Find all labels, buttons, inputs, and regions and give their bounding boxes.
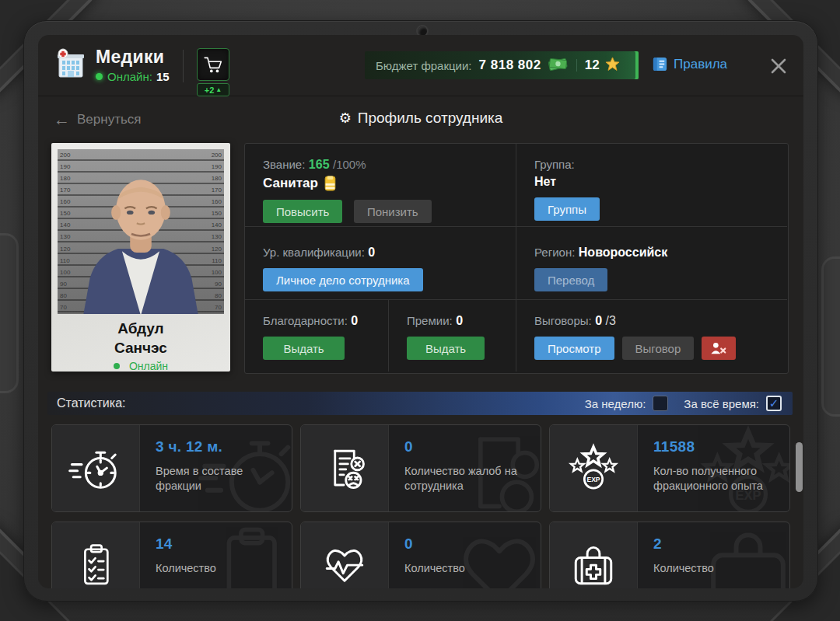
- region-label: Регион:: [534, 246, 575, 259]
- money-icon: [547, 56, 569, 75]
- exp-stars-icon: EXP: [550, 425, 638, 511]
- employee-first-name: Абдул: [58, 319, 224, 339]
- tablet-device: Медики Онлайн: 15: [0, 0, 840, 621]
- statistics-bar: Статистика: За неделю: За всё время: ✓: [47, 392, 793, 415]
- rules-button[interactable]: Правила: [652, 56, 727, 72]
- stat-card-faction-exp: EXP EXP 11588 К: [549, 424, 790, 512]
- close-button[interactable]: [768, 55, 789, 77]
- statistics-title: Статистика:: [57, 396, 125, 410]
- personal-file-button[interactable]: Личное дело сотрудника: [263, 268, 423, 291]
- reprimand-value: 0: [595, 314, 602, 327]
- stat-value: 0: [404, 536, 465, 553]
- heart-pulse-icon: [301, 522, 389, 588]
- employee-portrait: [74, 171, 208, 314]
- person-remove-icon: [710, 341, 727, 355]
- thanks-label: Благодарности:: [263, 314, 348, 327]
- stat-card-medkits: 2 Количество: [549, 522, 790, 588]
- cart-button[interactable]: [197, 48, 229, 81]
- region-section: Регион: Новороссийск Перевод: [516, 227, 787, 300]
- bonus-issue-button[interactable]: Выдать: [407, 337, 485, 360]
- frame-grip: [821, 256, 840, 417]
- bonus-value: 0: [456, 314, 463, 327]
- promote-button[interactable]: Повысить: [263, 200, 342, 223]
- rules-icon: [652, 56, 668, 72]
- page-title: ⚙Профиль сотрудника: [38, 110, 803, 127]
- group-value: Нет: [534, 175, 787, 189]
- faction-block: Медики Онлайн: 15: [96, 47, 170, 83]
- faction-budget: Бюджет фракции: 7 818 802 12: [365, 51, 639, 79]
- online-dot-icon: [114, 363, 120, 369]
- alltime-filter-label: За всё время:: [684, 397, 759, 410]
- faction-shop: +2 ▲: [197, 48, 229, 96]
- week-checkbox[interactable]: [653, 396, 668, 411]
- rank-name: Санитар: [263, 176, 318, 191]
- scrollbar-thumb[interactable]: [796, 442, 803, 492]
- employee-online-status: Онлайн: [58, 360, 224, 372]
- stat-label: Кол-во полученного фракционного опыта: [653, 464, 777, 494]
- close-icon: [770, 58, 787, 75]
- dismiss-button[interactable]: [702, 337, 736, 360]
- group-label: Группа:: [534, 158, 787, 171]
- bonus-section: Премии: 0 Выдать: [389, 300, 516, 372]
- employee-photo-card: 200190180170160150140130120110100908070 …: [51, 143, 230, 372]
- budget-label: Бюджет фракции:: [376, 59, 472, 72]
- online-count: 15: [156, 70, 170, 83]
- stat-label: Количество: [653, 561, 714, 576]
- employee-name: Абдул Санчэс: [58, 319, 224, 358]
- qualification-value: 0: [368, 246, 375, 259]
- clipboard-icon: [52, 522, 140, 588]
- reprimand-issue-button[interactable]: Выговор: [622, 337, 695, 360]
- thanks-issue-button[interactable]: Выдать: [263, 337, 345, 360]
- week-filter-label: За неделю:: [585, 397, 646, 410]
- groups-button[interactable]: Группы: [534, 197, 600, 221]
- gear-icon: ⚙: [339, 110, 352, 126]
- stat-label: Время в составе фракции: [156, 464, 279, 494]
- stat-label: Количество: [404, 561, 465, 576]
- rank-value: 165: [309, 158, 330, 171]
- medkit-icon: [550, 522, 638, 588]
- stat-value: 3 ч. 12 м.: [156, 438, 279, 455]
- cart-badge-arrow-icon: ▲: [215, 86, 222, 93]
- statistics-cards: 3 ч. 12 м. Время в составе фракции: [51, 424, 790, 588]
- reprimand-suffix: /3: [606, 314, 616, 327]
- region-value: Новороссийск: [579, 246, 667, 259]
- page-title-text: Профиль сотрудника: [358, 110, 503, 126]
- employee-last-name: Санчэс: [58, 339, 224, 358]
- online-dot-icon: [96, 73, 103, 80]
- faction-name: Медики: [96, 47, 170, 68]
- stat-value: 0: [404, 438, 528, 455]
- online-label: Онлайн:: [107, 70, 152, 83]
- rules-label: Правила: [674, 57, 727, 72]
- stat-value: 14: [156, 536, 216, 553]
- budget-separator: [576, 59, 577, 72]
- rank-label: Звание:: [263, 158, 305, 171]
- header: Медики Онлайн: 15: [38, 35, 803, 96]
- stars-value: 12: [585, 58, 600, 73]
- complaint-icon: [301, 425, 389, 511]
- qualification-label: Ур. квалификации:: [263, 246, 365, 259]
- bonus-label: Премии:: [407, 314, 453, 327]
- reprimand-label: Выговоры:: [534, 314, 592, 327]
- stat-label: Количество жалоб на сотрудника: [404, 464, 528, 494]
- qualification-section: Ур. квалификации: 0 Личное дело сотрудни…: [245, 227, 516, 300]
- transfer-button[interactable]: Перевод: [534, 268, 607, 291]
- rank-suffix: /100%: [333, 158, 366, 171]
- stat-value: 11588: [653, 438, 777, 455]
- stat-card-time-in-faction: 3 ч. 12 м. Время в составе фракции: [51, 424, 292, 512]
- demote-button[interactable]: Понизить: [354, 200, 432, 223]
- group-section: Группа: Нет Группы: [516, 144, 787, 227]
- rank-section: Звание: 165 /100% Санитар Повысит: [245, 144, 516, 227]
- stat-card-tasks: 14 Количество: [51, 522, 292, 588]
- stat-label: Количество: [156, 561, 216, 576]
- hospital-icon: [54, 47, 88, 85]
- tablet-frame: Медики Онлайн: 15: [23, 20, 818, 602]
- stat-value: 2: [653, 536, 714, 553]
- thanks-value: 0: [351, 314, 358, 327]
- frame-grip: [0, 233, 19, 393]
- rank-insignia-icon: [324, 176, 336, 191]
- budget-value: 7 818 802: [479, 58, 541, 73]
- header-divider: [183, 50, 184, 82]
- reprimand-view-button[interactable]: Просмотр: [534, 337, 614, 360]
- alltime-checkbox[interactable]: ✓: [766, 396, 782, 411]
- profile-panel: Звание: 165 /100% Санитар Повысит: [244, 143, 789, 374]
